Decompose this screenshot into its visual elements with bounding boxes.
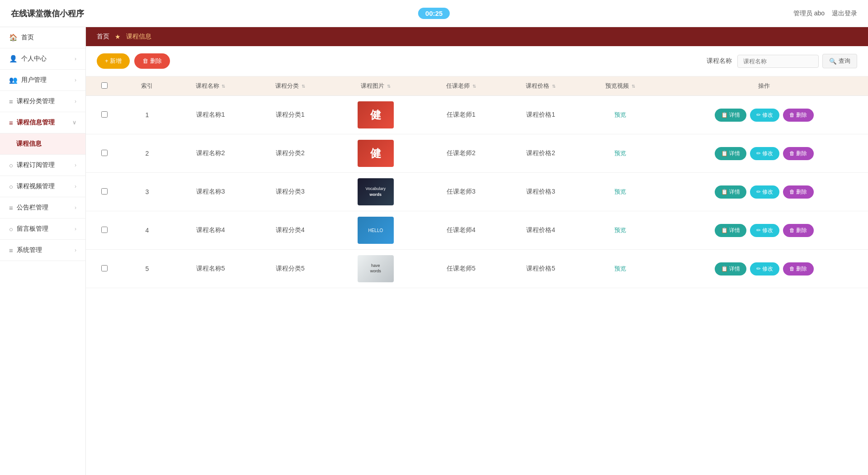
sidebar-item-course-order[interactable]: ○ 课程订阅管理 › [0, 155, 85, 176]
breadcrumb-star-icon: ★ [115, 33, 121, 40]
preview-link-4[interactable]: 预览 [614, 265, 626, 272]
cell-checkbox [86, 96, 123, 134]
cell-teacher: 任课老师3 [421, 173, 501, 211]
cell-image: 健 [330, 134, 421, 173]
th-image: 课程图片 ⇅ [330, 76, 421, 96]
detail-button-2[interactable]: 📋 详情 [715, 185, 746, 199]
content-area: 首页 ★ 课程信息 + 新增 🗑 删除 课程名称 🔍 查询 [86, 27, 868, 475]
chevron-right-icon-8: › [75, 247, 76, 253]
delete-button-4[interactable]: 🗑 删除 [783, 262, 813, 276]
cell-ops: 📋 详情 ✏ 修改 🗑 删除 [660, 211, 868, 250]
cell-teacher: 任课老师1 [421, 96, 501, 134]
menu-icon: ≡ [9, 98, 13, 105]
th-checkbox [86, 76, 123, 96]
breadcrumb-current: 课程信息 [126, 33, 151, 41]
cell-name: 课程名称4 [171, 211, 250, 250]
sort-icon-img: ⇅ [387, 84, 391, 89]
delete-button-1[interactable]: 🗑 删除 [783, 147, 813, 160]
table-row: 2 课程名称2 课程分类2 健 任课老师2 课程价格2 预览 📋 详情 ✏ 修改… [86, 134, 868, 173]
cell-index: 2 [123, 134, 171, 173]
cell-preview: 预览 [580, 211, 660, 250]
row-checkbox-1[interactable] [101, 150, 108, 156]
edit-button-3[interactable]: ✏ 修改 [750, 224, 779, 237]
preview-link-1[interactable]: 预览 [614, 150, 626, 157]
row-checkbox-0[interactable] [101, 111, 108, 118]
cell-preview: 预览 [580, 96, 660, 134]
toolbar: + 新增 🗑 删除 课程名称 🔍 查询 [86, 46, 868, 76]
sidebar-item-personal[interactable]: 👤 个人中心 › [0, 48, 85, 70]
cell-price: 课程价格5 [501, 250, 580, 288]
th-preview: 预览视频 ⇅ [580, 76, 660, 96]
action-buttons: + 新增 🗑 删除 [97, 53, 170, 69]
row-checkbox-4[interactable] [101, 265, 108, 271]
edit-button-0[interactable]: ✏ 修改 [750, 109, 779, 122]
delete-button-3[interactable]: 🗑 删除 [783, 224, 813, 237]
cell-teacher: 任课老师2 [421, 134, 501, 173]
batch-delete-button[interactable]: 🗑 删除 [134, 53, 170, 69]
sort-icon-cat: ⇅ [302, 84, 305, 89]
sidebar-item-message-board[interactable]: ○ 留言板管理 › [0, 218, 85, 240]
circle-icon: ○ [9, 162, 13, 169]
table-row: 4 课程名称4 课程分类4 HELLO 任课老师4 课程价格4 预览 📋 详情 … [86, 211, 868, 250]
cell-category: 课程分类2 [250, 134, 330, 173]
edit-button-4[interactable]: ✏ 修改 [750, 262, 779, 276]
cell-image: Vocabularywords [330, 173, 421, 211]
preview-link-2[interactable]: 预览 [614, 188, 626, 195]
search-label: 课程名称 [707, 57, 732, 65]
sidebar-item-system[interactable]: ≡ 系统管理 › [0, 240, 85, 261]
cell-price: 课程价格2 [501, 134, 580, 173]
detail-button-0[interactable]: 📋 详情 [715, 109, 746, 122]
row-checkbox-3[interactable] [101, 227, 108, 233]
cell-category: 课程分类3 [250, 173, 330, 211]
person-icon: 👤 [9, 55, 18, 63]
sidebar-item-announcement[interactable]: ≡ 公告栏管理 › [0, 197, 85, 218]
cell-ops: 📋 详情 ✏ 修改 🗑 删除 [660, 173, 868, 211]
cell-name: 课程名称2 [171, 134, 250, 173]
sort-icon-preview: ⇅ [632, 84, 635, 89]
search-icon: 🔍 [829, 58, 837, 65]
sidebar-item-course-info[interactable]: 课程信息 [0, 133, 85, 155]
search-input[interactable] [737, 55, 819, 68]
cell-category: 课程分类5 [250, 250, 330, 288]
preview-link-3[interactable]: 预览 [614, 227, 626, 233]
sidebar-item-home[interactable]: 🏠 首页 [0, 27, 85, 48]
table-row: 3 课程名称3 课程分类3 Vocabularywords 任课老师3 课程价格… [86, 173, 868, 211]
delete-button-2[interactable]: 🗑 删除 [783, 185, 813, 199]
sidebar-item-course-video[interactable]: ○ 课程视频管理 › [0, 176, 85, 197]
cell-index: 5 [123, 250, 171, 288]
breadcrumb: 首页 ★ 课程信息 [86, 27, 868, 46]
menu-icon-2: ≡ [9, 119, 13, 127]
select-all-checkbox[interactable] [101, 82, 108, 89]
app-logo: 在线课堂微信小程序 [11, 8, 84, 19]
breadcrumb-home[interactable]: 首页 [97, 33, 109, 41]
detail-button-3[interactable]: 📋 详情 [715, 224, 746, 237]
cell-index: 3 [123, 173, 171, 211]
logout-button[interactable]: 退出登录 [832, 10, 857, 18]
chevron-right-icon-3: › [75, 98, 76, 104]
user-area: 管理员 abo 退出登录 [793, 10, 857, 18]
search-button-label: 查询 [839, 57, 850, 65]
main-layout: 🏠 首页 👤 个人中心 › 👥 用户管理 › ≡ 课程分类管理 › [0, 27, 868, 475]
search-button[interactable]: 🔍 查询 [822, 54, 857, 68]
table-row: 5 课程名称5 课程分类5 havewords 任课老师5 课程价格5 预览 📋… [86, 250, 868, 288]
chevron-right-icon: › [75, 56, 76, 62]
detail-button-1[interactable]: 📋 详情 [715, 147, 746, 160]
detail-button-4[interactable]: 📋 详情 [715, 262, 746, 276]
timer-badge: 00:25 [418, 8, 450, 19]
add-button[interactable]: + 新增 [97, 53, 130, 69]
sidebar-item-course-info-mgmt[interactable]: ≡ 课程信息管理 ∨ [0, 112, 85, 133]
delete-button-0[interactable]: 🗑 删除 [783, 109, 813, 122]
users-icon: 👥 [9, 76, 18, 84]
sidebar-label-announcement: 公告栏管理 [17, 204, 48, 212]
chevron-right-icon-7: › [75, 226, 76, 232]
cell-name: 课程名称3 [171, 173, 250, 211]
preview-link-0[interactable]: 预览 [614, 111, 626, 118]
cell-image: havewords [330, 250, 421, 288]
edit-button-1[interactable]: ✏ 修改 [750, 147, 779, 160]
sidebar-label-course-order: 课程订阅管理 [17, 161, 55, 169]
row-checkbox-2[interactable] [101, 188, 108, 195]
sidebar-item-course-category[interactable]: ≡ 课程分类管理 › [0, 91, 85, 112]
edit-button-2[interactable]: ✏ 修改 [750, 185, 779, 199]
cell-checkbox [86, 134, 123, 173]
sidebar-item-user-mgmt[interactable]: 👥 用户管理 › [0, 70, 85, 91]
